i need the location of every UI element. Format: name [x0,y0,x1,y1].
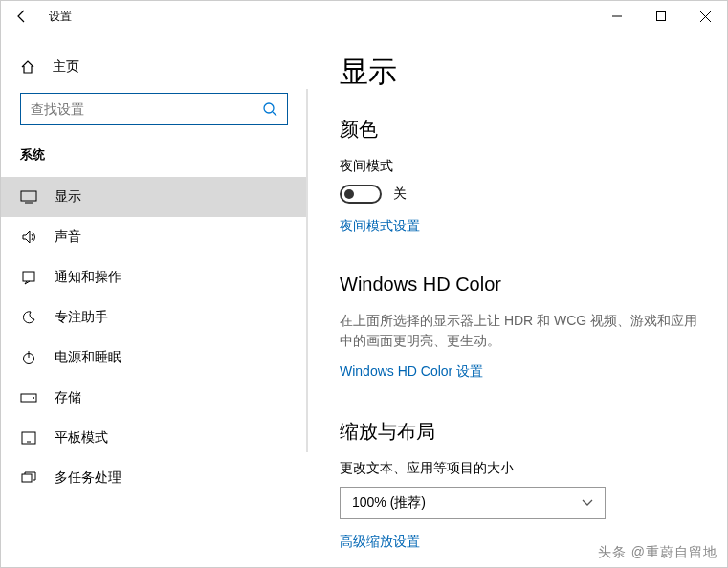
moon-icon [21,310,36,325]
nav-label: 存储 [55,389,81,406]
svg-line-5 [273,112,276,116]
sidebar-item-display[interactable]: 显示 [1,177,307,217]
titlebar: 设置 [1,1,727,32]
nav-label: 显示 [55,188,81,206]
sidebar-item-focus[interactable]: 专注助手 [1,297,307,338]
maximize-icon [656,11,666,21]
sidebar-item-notifications[interactable]: 通知和操作 [1,257,307,297]
scale-label: 更改文本、应用等项目的大小 [340,460,698,477]
dropdown-value: 100% (推荐) [352,494,426,512]
storage-icon [20,393,37,403]
close-icon [700,11,711,22]
window-controls [595,1,727,32]
minimize-button[interactable] [595,1,639,32]
back-button[interactable] [1,1,43,32]
svg-rect-15 [22,474,32,482]
nav-label: 电源和睡眠 [55,349,121,366]
multitask-icon [21,471,36,485]
sidebar-item-power[interactable]: 电源和睡眠 [1,338,307,378]
search-input[interactable] [31,101,262,117]
arrow-left-icon [14,9,30,24]
nav-label: 平板模式 [55,429,108,447]
sidebar-item-sound[interactable]: 声音 [1,217,307,257]
nav-label: 多任务处理 [55,470,121,487]
watermark: 头条 @重蔚自留地 [598,544,717,561]
sidebar-item-multitask[interactable]: 多任务处理 [1,458,307,498]
hd-description: 在上面所选择的显示器上让 HDR 和 WCG 视频、游戏和应用中的画面更明亮、更… [340,311,698,351]
svg-point-4 [264,103,274,113]
window-title: 设置 [49,9,72,25]
chevron-down-icon [582,499,593,507]
sound-icon [21,229,36,245]
monitor-icon [20,190,37,204]
search-icon [262,101,277,117]
nav-label: 通知和操作 [55,269,121,286]
maximize-button[interactable] [639,1,683,32]
divider [306,89,308,452]
page-title: 显示 [340,53,698,92]
close-button[interactable] [683,1,727,32]
power-icon [21,350,36,365]
hd-settings-link[interactable]: Windows HD Color 设置 [340,363,483,381]
scale-dropdown[interactable]: 100% (推荐) [340,487,606,519]
home-icon [20,59,35,75]
main-panel: 显示 颜色 夜间模式 关 夜间模式设置 Windows HD Color 在上面… [307,32,727,565]
night-mode-toggle[interactable] [340,185,382,204]
nav-label: 声音 [55,229,81,246]
toggle-state: 关 [393,186,407,203]
night-mode-settings-link[interactable]: 夜间模式设置 [340,218,420,235]
advanced-scale-link[interactable]: 高级缩放设置 [340,534,420,551]
svg-rect-6 [21,191,36,201]
sidebar: 主页 系统 显示 声音 通知和操作 专注助手 电源和睡眠 存储 [1,32,307,565]
section-hd: Windows HD Color [340,273,698,295]
sidebar-item-storage[interactable]: 存储 [1,378,307,418]
night-mode-label: 夜间模式 [340,158,698,175]
svg-point-12 [33,397,34,399]
notification-icon [21,270,36,285]
minimize-icon [612,11,622,21]
section-scale: 缩放与布局 [340,419,698,445]
svg-rect-1 [657,12,666,21]
category-label: 系统 [1,142,307,177]
sidebar-item-tablet[interactable]: 平板模式 [1,418,307,458]
svg-rect-8 [23,272,34,281]
tablet-icon [21,431,36,445]
nav-label: 专注助手 [55,309,108,326]
search-box[interactable] [20,93,288,125]
section-color: 颜色 [340,117,698,142]
home-link[interactable]: 主页 [1,49,307,85]
home-label: 主页 [53,58,79,76]
